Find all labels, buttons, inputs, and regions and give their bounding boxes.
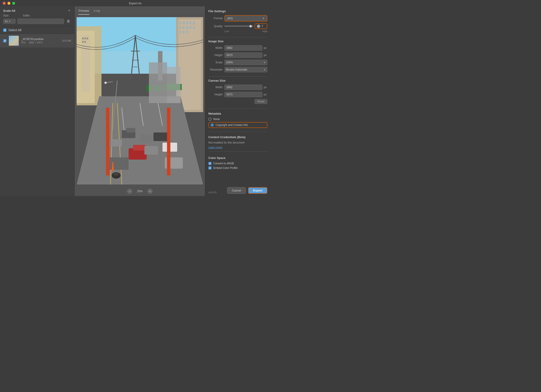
svg-rect-7	[87, 37, 88, 39]
quality-slider-area: 7	[224, 23, 267, 29]
convert-srgb-row: Convert to sRGB	[208, 162, 267, 165]
main-content: Scale All + Size: Suffix: 1x ▼ 🗑 Select …	[0, 6, 270, 196]
width-unit: px	[264, 46, 268, 50]
cancel-button[interactable]: Cancel	[227, 187, 246, 194]
chevron-down-icon: ▼	[9, 20, 11, 23]
svg-rect-11	[178, 19, 201, 110]
image-height-input[interactable]	[224, 52, 262, 58]
quality-low-label: Low	[224, 30, 229, 32]
svg-rect-41	[133, 145, 146, 151]
svg-rect-42	[110, 139, 122, 146]
chevron-down-icon: ▼	[264, 68, 266, 71]
quality-row: Quality: 7	[208, 23, 267, 29]
metadata-copyright-row[interactable]: Copyright and Contact Info	[208, 122, 267, 128]
plus-icon: +	[149, 189, 151, 193]
scale-dropdown[interactable]: 100% ▼	[224, 60, 267, 65]
svg-rect-38	[140, 135, 152, 141]
svg-point-51	[104, 82, 107, 84]
svg-rect-47	[106, 108, 109, 175]
file-name: _AFJ8720-positive	[21, 37, 60, 41]
svg-rect-23	[183, 31, 185, 33]
svg-rect-18	[183, 26, 185, 29]
select-all-checkbox[interactable]	[3, 28, 6, 32]
minimize-button[interactable]	[7, 2, 10, 5]
add-scale-button[interactable]: +	[67, 9, 71, 13]
scale-value: 100%	[226, 61, 233, 64]
close-button[interactable]	[3, 2, 6, 5]
image-width-input[interactable]	[224, 45, 262, 51]
titlebar: Export As	[0, 0, 270, 6]
canvas-height-label: Height:	[208, 93, 223, 96]
image-size-title: Image Size	[208, 40, 267, 43]
size-label: Size:	[3, 14, 9, 17]
svg-rect-9	[84, 41, 86, 43]
credentials-status: Not enabled for this document	[208, 141, 267, 144]
svg-rect-15	[190, 22, 191, 24]
canvas-height-input[interactable]	[224, 92, 262, 97]
file-item[interactable]: _AFJ8720-positive JPG 3982 × 5973 10.6 M…	[0, 34, 74, 47]
left-panel: Scale All + Size: Suffix: 1x ▼ 🗑 Select …	[0, 6, 75, 196]
svg-rect-19	[186, 26, 188, 29]
format-dropdown[interactable]: JPG ▼	[224, 15, 267, 21]
quality-slider[interactable]	[224, 26, 253, 26]
color-space-title: Color Space	[208, 156, 267, 160]
zoom-out-button[interactable]: −	[127, 189, 132, 194]
divider-5	[208, 152, 267, 152]
tab-2up[interactable]: 2-Up	[93, 8, 100, 15]
zoom-in-button[interactable]: +	[148, 189, 152, 194]
center-panel: Preview 2-Up	[75, 6, 205, 196]
canvas-width-input[interactable]	[224, 84, 262, 90]
svg-rect-12	[179, 22, 181, 24]
resample-row: Resample: Bicubic Automatic ▼	[208, 67, 267, 72]
size-suffix-labels: Size: Suffix:	[0, 14, 74, 19]
scale-dropdown[interactable]: 1x ▼	[3, 19, 16, 24]
scale-label: Scale:	[208, 61, 223, 64]
quality-labels: Low High	[208, 30, 267, 32]
height-label: Height:	[208, 54, 223, 57]
window-controls[interactable]	[3, 2, 15, 5]
version-text: v5.8.15	[208, 190, 217, 194]
resample-dropdown[interactable]: Bicubic Automatic ▼	[224, 67, 267, 72]
suffix-input[interactable]	[17, 19, 64, 24]
file-thumbnail	[9, 36, 19, 46]
delete-scale-button[interactable]: 🗑	[66, 19, 71, 23]
file-checkbox[interactable]	[3, 39, 6, 42]
svg-rect-4	[81, 35, 90, 92]
embed-profile-row: Embed Color Profile	[208, 166, 267, 170]
tab-preview[interactable]: Preview	[78, 8, 89, 15]
embed-profile-checkbox[interactable]	[208, 166, 212, 170]
select-all-row: Select All	[0, 26, 74, 34]
quality-radio[interactable]	[257, 25, 260, 28]
svg-rect-5	[82, 37, 84, 39]
svg-rect-17	[179, 26, 181, 29]
scale-all-header: Scale All +	[0, 6, 74, 14]
svg-rect-44	[144, 146, 158, 155]
divider-2	[208, 76, 267, 77]
metadata-none-radio[interactable]	[208, 118, 212, 121]
preview-image-container	[77, 17, 203, 184]
quality-value-box: 7	[255, 23, 267, 29]
reset-button[interactable]: Reset	[255, 99, 267, 104]
suffix-label: Suffix:	[23, 14, 30, 17]
preview-image	[77, 17, 203, 184]
convert-srgb-label: Convert to sRGB	[213, 162, 234, 165]
embed-profile-label: Embed Color Profile	[213, 166, 238, 170]
quality-value: 7	[261, 24, 265, 28]
canvas-height-unit: px	[264, 93, 268, 96]
format-row: Format: JPG ▼	[208, 15, 267, 21]
format-label: Format:	[208, 17, 223, 20]
svg-rect-8	[82, 41, 84, 43]
svg-line-50	[106, 82, 113, 83]
convert-srgb-checkbox[interactable]	[208, 162, 212, 165]
metadata-section: Metadata None Copyright and Contact Info	[208, 112, 267, 129]
resample-value: Bicubic Automatic	[226, 68, 247, 71]
export-button[interactable]: Export	[248, 187, 267, 194]
learn-more-link[interactable]: Learn more	[208, 146, 222, 149]
maximize-button[interactable]	[12, 2, 15, 5]
thumbnail-image	[9, 36, 19, 46]
svg-rect-45	[108, 157, 129, 170]
metadata-none-row: None	[208, 118, 267, 121]
svg-rect-59	[114, 173, 118, 175]
metadata-copyright-radio[interactable]	[211, 123, 214, 127]
scale-input-row: 1x ▼ 🗑	[0, 19, 74, 26]
